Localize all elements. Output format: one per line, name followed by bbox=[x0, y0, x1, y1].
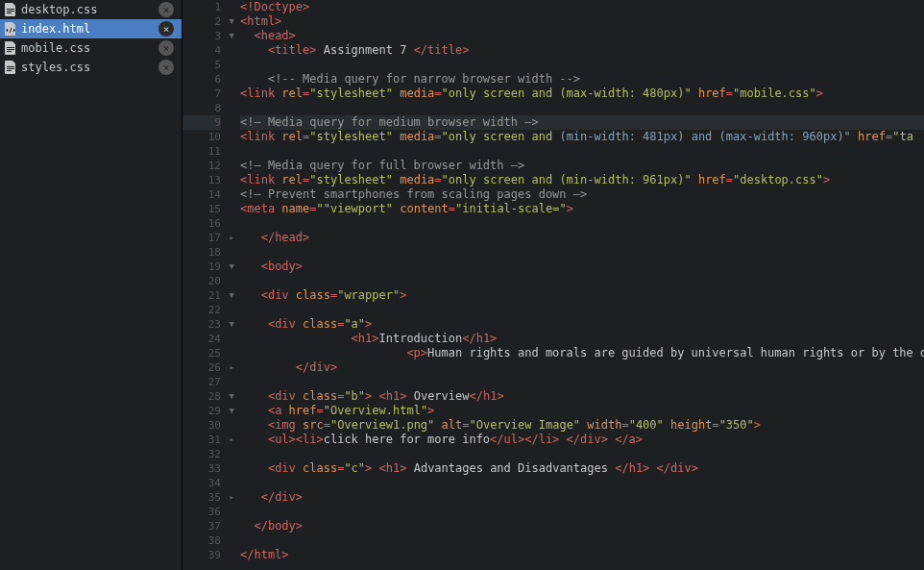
line-number[interactable]: 5 bbox=[182, 58, 221, 72]
code-line[interactable]: <!— Media query for medium browser width… bbox=[240, 115, 924, 130]
fold-icon[interactable]: ▸ bbox=[225, 490, 234, 505]
line-number[interactable]: 17▸ bbox=[182, 231, 221, 245]
line-number[interactable]: 34 bbox=[182, 476, 221, 490]
line-number[interactable]: 11 bbox=[182, 144, 221, 159]
line-number[interactable]: 21▼ bbox=[182, 288, 221, 303]
code-line[interactable]: <div class="b"> <h1> Overview</h1> bbox=[240, 389, 924, 404]
fold-icon[interactable]: ▼ bbox=[225, 389, 234, 404]
fold-icon[interactable]: ▼ bbox=[225, 14, 234, 29]
code-line[interactable]: <head> bbox=[240, 29, 924, 43]
close-icon[interactable]: × bbox=[158, 2, 174, 17]
line-number[interactable]: 12 bbox=[182, 159, 221, 173]
code-line[interactable]: <meta name=""viewport" content="initial-… bbox=[240, 202, 924, 216]
file-tab-styles-css[interactable]: styles.css× bbox=[0, 58, 182, 77]
code-editor[interactable]: 12▼3▼4567891011121314151617▸1819▼2021▼22… bbox=[182, 0, 924, 570]
code-line[interactable] bbox=[240, 144, 924, 159]
line-number[interactable]: 32 bbox=[182, 447, 221, 461]
line-number[interactable]: 7 bbox=[182, 87, 221, 101]
code-line[interactable]: <title> Assignment 7 </title> bbox=[240, 43, 924, 58]
code-line[interactable]: <link rel="stylesheet" media="only scree… bbox=[240, 87, 924, 101]
line-number[interactable]: 2▼ bbox=[182, 14, 221, 29]
code-line[interactable]: <p>Human rights and morals are guided by… bbox=[240, 346, 924, 360]
code-line[interactable]: <div class="wrapper"> bbox=[240, 288, 924, 303]
fold-icon[interactable]: ▸ bbox=[225, 433, 234, 447]
code-line[interactable] bbox=[240, 476, 924, 490]
code-line[interactable]: <div class="a"> bbox=[240, 317, 924, 332]
line-number[interactable]: 38 bbox=[182, 533, 221, 548]
code-line[interactable] bbox=[240, 533, 924, 548]
line-number[interactable]: 24 bbox=[182, 332, 221, 346]
line-number[interactable]: 19▼ bbox=[182, 260, 221, 274]
file-tab-mobile-css[interactable]: mobile.css× bbox=[0, 38, 182, 58]
code-line[interactable]: <link rel="stylesheet" media="only scree… bbox=[240, 130, 924, 144]
fold-icon[interactable]: ▼ bbox=[225, 288, 234, 303]
code-line[interactable]: <ul><li>click here for more info</ul></l… bbox=[240, 433, 924, 447]
line-number[interactable]: 27 bbox=[182, 375, 221, 389]
file-tab-desktop-css[interactable]: desktop.css× bbox=[0, 0, 182, 19]
code-line[interactable]: <!— Prevent smartphones from scaling pag… bbox=[240, 187, 924, 202]
line-number[interactable]: 26▸ bbox=[182, 360, 221, 375]
code-line[interactable]: </head> bbox=[240, 231, 924, 245]
code-line[interactable]: <link rel="stylesheet" media="only scree… bbox=[240, 173, 924, 187]
line-number[interactable]: 25 bbox=[182, 346, 221, 360]
close-icon[interactable]: × bbox=[158, 40, 174, 56]
line-number[interactable]: 4 bbox=[182, 43, 221, 58]
line-number[interactable]: 10 bbox=[182, 130, 221, 144]
line-number[interactable]: 6 bbox=[182, 72, 221, 87]
line-number[interactable]: 14 bbox=[182, 187, 221, 202]
code-line[interactable] bbox=[240, 101, 924, 115]
code-line[interactable]: </html> bbox=[240, 548, 924, 562]
code-line[interactable]: </div> bbox=[240, 360, 924, 375]
code-line[interactable]: <body> bbox=[240, 260, 924, 274]
line-number[interactable]: 28▼ bbox=[182, 389, 221, 404]
code-token: href bbox=[698, 87, 726, 100]
code-line[interactable] bbox=[240, 58, 924, 72]
line-number[interactable]: 1 bbox=[182, 0, 221, 14]
fold-icon[interactable]: ▸ bbox=[225, 231, 234, 245]
code-line[interactable]: <!-- Media query for narrow browser widt… bbox=[240, 72, 924, 87]
line-number[interactable]: 20 bbox=[182, 274, 221, 288]
code-line[interactable]: <!Doctype> bbox=[240, 0, 924, 14]
line-number[interactable]: 30 bbox=[182, 418, 221, 433]
line-number[interactable]: 22 bbox=[182, 303, 221, 317]
code-line[interactable]: <html> bbox=[240, 14, 924, 29]
line-number[interactable]: 16 bbox=[182, 216, 221, 231]
line-number[interactable]: 37 bbox=[182, 519, 221, 533]
code-line[interactable]: <!— Media query for full browser width —… bbox=[240, 159, 924, 173]
line-number[interactable]: 33 bbox=[182, 461, 221, 476]
code-line[interactable] bbox=[240, 245, 924, 260]
line-number[interactable]: 18 bbox=[182, 245, 221, 260]
code-line[interactable] bbox=[240, 447, 924, 461]
fold-icon[interactable]: ▼ bbox=[225, 260, 234, 274]
code-line[interactable]: <a href="Overview.html"> bbox=[240, 404, 924, 418]
fold-icon[interactable]: ▼ bbox=[225, 317, 234, 332]
code-line[interactable] bbox=[240, 216, 924, 231]
line-number[interactable]: 35▸ bbox=[182, 490, 221, 505]
close-icon[interactable]: × bbox=[158, 21, 174, 37]
code-line[interactable]: </body> bbox=[240, 519, 924, 533]
line-number[interactable]: 8 bbox=[182, 101, 221, 115]
code-area[interactable]: <!Doctype><html> <head> <title> Assignme… bbox=[238, 0, 924, 570]
fold-icon[interactable]: ▼ bbox=[225, 29, 234, 43]
close-icon[interactable]: × bbox=[158, 60, 174, 75]
code-line[interactable] bbox=[240, 375, 924, 389]
code-line[interactable] bbox=[240, 505, 924, 519]
line-number[interactable]: 13 bbox=[182, 173, 221, 187]
line-number[interactable]: 36 bbox=[182, 505, 221, 519]
line-number[interactable]: 23▼ bbox=[182, 317, 221, 332]
code-line[interactable] bbox=[240, 274, 924, 288]
line-number[interactable]: 9 bbox=[182, 115, 221, 130]
file-tab-index-html[interactable]: index.html× bbox=[0, 19, 182, 38]
line-number[interactable]: 29▼ bbox=[182, 404, 221, 418]
line-number[interactable]: 15 bbox=[182, 202, 221, 216]
line-number[interactable]: 31▸ bbox=[182, 433, 221, 447]
code-line[interactable]: </div> bbox=[240, 490, 924, 505]
line-number[interactable]: 3▼ bbox=[182, 29, 221, 43]
code-line[interactable]: <img src="Overview1.png" alt="Overview I… bbox=[240, 418, 924, 433]
code-line[interactable]: <div class="c"> <h1> Advantages and Disa… bbox=[240, 461, 924, 476]
line-number[interactable]: 39 bbox=[182, 548, 221, 562]
fold-icon[interactable]: ▼ bbox=[225, 404, 234, 418]
fold-icon[interactable]: ▸ bbox=[225, 360, 234, 375]
code-line[interactable]: <h1>Introduction</h1> bbox=[240, 332, 924, 346]
code-line[interactable] bbox=[240, 303, 924, 317]
